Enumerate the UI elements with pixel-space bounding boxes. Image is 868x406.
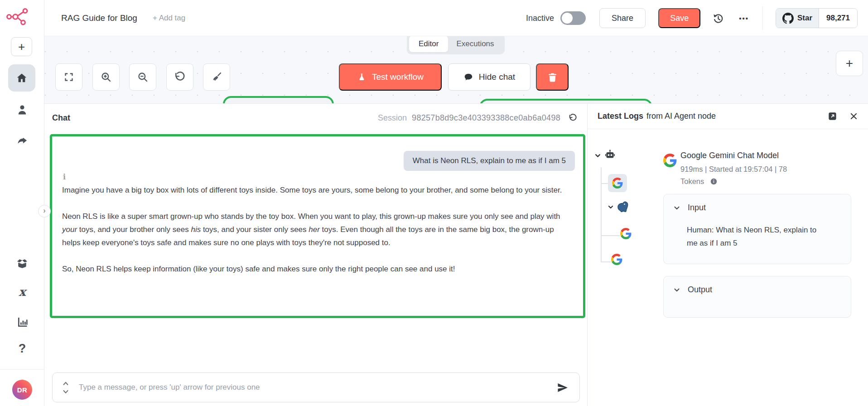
tree-connector: [601, 183, 608, 184]
sidebar-item-personal[interactable]: [0, 103, 44, 116]
header-actions: Inactive Share Save ••• Star 98,271: [526, 0, 858, 36]
log-input-content: Human: What is Neon RLS, explain to me a…: [687, 223, 823, 250]
test-workflow-button[interactable]: Test workflow: [339, 63, 442, 91]
view-tabs: Editor Executions: [407, 34, 505, 54]
templates-box-icon: [16, 257, 29, 270]
workflow-title[interactable]: RAG Guide for Blog: [61, 13, 137, 23]
chat-header: Chat Session 98257b8d9c3e403393388ce0ab6…: [44, 104, 587, 132]
message-info-icon[interactable]: i: [63, 173, 66, 181]
log-node-name: Google Gemini Chat Model: [680, 151, 839, 160]
send-icon: [556, 382, 569, 394]
log-output-header[interactable]: Output: [673, 285, 842, 295]
log-output-label: Output: [688, 285, 712, 295]
sidebar-item-shared[interactable]: [0, 135, 44, 147]
reset-session-button[interactable]: [568, 113, 577, 122]
chevron-down-icon: [673, 286, 681, 294]
tree-toggle-agent[interactable]: [594, 152, 602, 160]
sidebar-item-variables[interactable]: x: [0, 285, 44, 299]
n8n-logo-icon: [6, 6, 30, 27]
session-id: 98257b8d9c3e403393388ce0ab6a0498: [412, 113, 560, 123]
github-star-count[interactable]: 98,271: [819, 9, 857, 28]
google-g-icon: [612, 178, 623, 188]
google-g-icon: [620, 228, 632, 239]
github-star-widget[interactable]: Star 98,271: [776, 8, 858, 28]
share-button[interactable]: Share: [599, 8, 646, 28]
log-input-header[interactable]: Input: [673, 203, 842, 213]
caret-down-icon: [63, 390, 69, 394]
logs-subtitle: from AI Agent node: [646, 111, 716, 121]
user-avatar[interactable]: DR: [12, 380, 32, 400]
chat-session: Session 98257b8d9c3e403393388ce0ab6a0498: [378, 113, 577, 123]
tidy-up-button[interactable]: [203, 63, 230, 91]
tokens-info-button[interactable]: [710, 178, 718, 185]
session-label: Session: [378, 113, 407, 123]
tab-editor[interactable]: Editor: [409, 36, 448, 52]
add-workflow-button[interactable]: +: [11, 37, 32, 56]
hide-chat-label: Hide chat: [479, 72, 515, 82]
zoom-out-button[interactable]: [129, 63, 156, 91]
gemini-node-logo: [663, 154, 677, 169]
message-history-steppers[interactable]: [63, 382, 69, 394]
close-icon: [849, 112, 858, 121]
chat-panel: Chat Session 98257b8d9c3e403393388ce0ab6…: [44, 103, 587, 406]
tab-executions[interactable]: Executions: [448, 36, 502, 52]
tree-item-gemini-3[interactable]: [611, 254, 622, 265]
history-button[interactable]: [712, 12, 724, 24]
robot-icon: [604, 149, 616, 161]
logs-panel: Latest Logs from AI Agent node: [587, 103, 868, 406]
add-tag-button[interactable]: + Add tag: [153, 14, 185, 23]
sidebar-item-insights[interactable]: [0, 316, 44, 328]
google-g-icon: [611, 254, 622, 265]
bar-chart-icon: [16, 316, 29, 328]
test-workflow-label: Test workflow: [372, 72, 424, 82]
tree-item-postgres[interactable]: [616, 200, 629, 213]
add-node-button[interactable]: +: [836, 51, 863, 76]
logs-title: Latest Logs: [598, 111, 643, 121]
close-logs-button[interactable]: [849, 112, 858, 121]
zoom-out-icon: [137, 71, 149, 83]
reset-zoom-button[interactable]: [166, 63, 193, 91]
undo-icon: [174, 71, 186, 83]
share-arrow-icon: [16, 135, 29, 147]
chat-messages-highlight: What is Neon RLS, explain to me as if I …: [50, 134, 585, 318]
send-button[interactable]: [556, 382, 569, 394]
log-node-meta: 919ms | Started at 19:57:04 | 78 Tokens: [680, 163, 802, 188]
open-in-new-icon: [827, 111, 838, 121]
sidebar-item-help[interactable]: ?: [0, 342, 44, 356]
broom-icon: [211, 71, 222, 83]
more-options-button[interactable]: •••: [739, 14, 749, 22]
chevron-down-icon: [594, 152, 602, 160]
open-logs-button[interactable]: [827, 111, 838, 121]
sidebar-divider: [0, 369, 44, 370]
logs-header: Latest Logs from AI Agent node: [588, 104, 868, 129]
toggle-knob: [562, 13, 573, 24]
github-icon: [782, 13, 794, 24]
github-star-button[interactable]: Star: [776, 9, 819, 28]
chevron-down-icon: [673, 204, 681, 212]
chat-message-input[interactable]: [79, 383, 556, 392]
github-star-label: Star: [797, 14, 812, 23]
header-divider: [762, 6, 763, 30]
n8n-app: + x ? DR › RAG Guide for Blog + Add tag …: [0, 0, 868, 406]
chevron-down-icon: [607, 203, 614, 211]
tree-connector: [601, 261, 611, 262]
trash-icon: [547, 72, 558, 83]
sidebar-expand-button[interactable]: ›: [38, 205, 51, 218]
tree-item-ai-agent[interactable]: [604, 149, 616, 161]
hide-chat-button[interactable]: Hide chat: [448, 63, 530, 91]
tree-item-gemini-selected[interactable]: [608, 174, 627, 192]
save-button[interactable]: Save: [658, 8, 700, 28]
zoom-in-button[interactable]: [92, 63, 120, 91]
zoom-to-fit-button[interactable]: [55, 63, 82, 91]
tree-item-gemini-2[interactable]: [620, 228, 632, 239]
log-output-card: Output: [663, 276, 851, 318]
tree-toggle-postgres[interactable]: [607, 203, 614, 211]
sidebar-item-templates[interactable]: [0, 257, 44, 270]
active-toggle[interactable]: [560, 11, 586, 25]
sidebar-item-overview[interactable]: [8, 64, 35, 92]
chat-input-bar: [52, 372, 580, 402]
info-icon: [710, 178, 718, 185]
chat-response-paragraphs: Imagine you have a big toy box with lots…: [62, 184, 572, 289]
delete-button[interactable]: [536, 63, 569, 91]
workflow-status-label: Inactive: [526, 14, 554, 23]
